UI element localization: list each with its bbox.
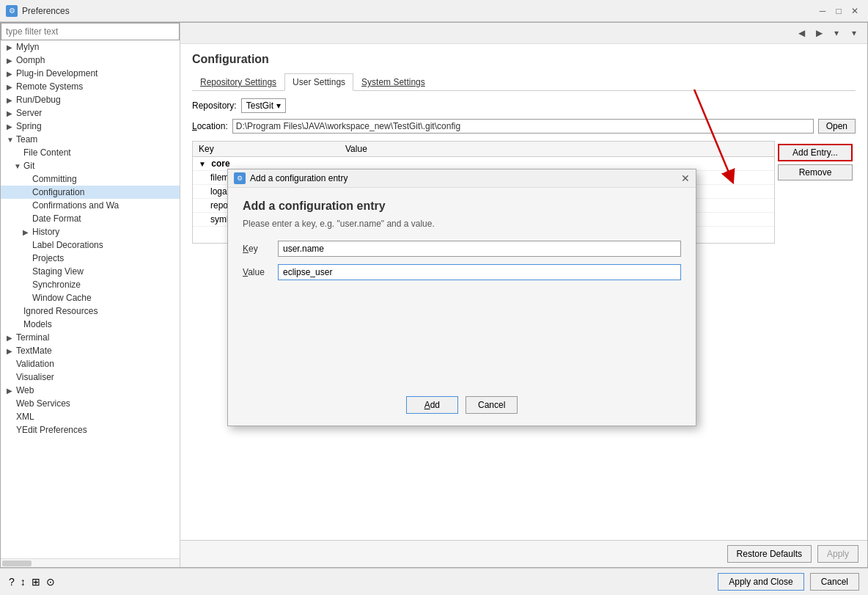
col-key: Key bbox=[193, 142, 339, 157]
add-entry-button[interactable]: Add Entry... bbox=[778, 144, 853, 161]
back-button[interactable]: ◀ bbox=[794, 26, 809, 40]
sidebar-item-configuration[interactable]: Configuration bbox=[1, 186, 180, 199]
sidebar-item-yedit[interactable]: YEdit Preferences bbox=[1, 423, 180, 437]
window-title: Preferences bbox=[22, 6, 70, 16]
value-field-row: Value bbox=[243, 264, 681, 280]
key-label: Key bbox=[243, 244, 272, 254]
dialog-heading: Add a configuration entry bbox=[243, 200, 681, 213]
apply-button[interactable]: Apply bbox=[817, 545, 858, 563]
sidebar-item-ignored-resources[interactable]: Ignored Resources bbox=[1, 304, 180, 318]
sidebar-item-oomph[interactable]: ▶ Oomph bbox=[1, 54, 180, 67]
sidebar-item-server[interactable]: ▶ Server bbox=[1, 106, 180, 120]
toolbar: ◀ ▶ ▾ ▾ bbox=[180, 23, 867, 44]
sidebar-item-mylyn[interactable]: ▶ Mylyn bbox=[1, 40, 180, 54]
import-icon[interactable]: ⊞ bbox=[32, 576, 40, 588]
sidebar-item-visualiser[interactable]: Visualiser bbox=[1, 370, 180, 384]
modal-title-left: ⚙ Add a configuration entry bbox=[234, 172, 347, 184]
sidebar-item-committing[interactable]: Committing bbox=[1, 172, 180, 186]
expand-icon: ▶ bbox=[7, 83, 14, 91]
expand-icon: ▼ bbox=[199, 160, 206, 168]
horizontal-scrollbar[interactable] bbox=[1, 558, 180, 567]
tab-system-settings[interactable]: System Settings bbox=[353, 73, 433, 91]
sidebar-item-team[interactable]: ▼ Team bbox=[1, 133, 180, 146]
settings-icon[interactable]: ⊙ bbox=[46, 576, 55, 588]
tree-container: ▶ Mylyn ▶ Oomph ▶ Plug-in Development ▶ … bbox=[1, 40, 180, 558]
sidebar-item-label-decorations[interactable]: Label Decorations bbox=[1, 238, 180, 252]
value-label: Value bbox=[243, 267, 272, 277]
sidebar-item-staging-view[interactable]: Staging View bbox=[1, 265, 180, 278]
restore-defaults-button[interactable]: Restore Defaults bbox=[727, 545, 812, 563]
remove-button[interactable]: Remove bbox=[778, 164, 853, 180]
expand-icon: ▶ bbox=[7, 109, 14, 117]
location-input[interactable] bbox=[232, 119, 814, 134]
dropdown2-button[interactable]: ▾ bbox=[847, 26, 861, 40]
sidebar-item-file-content[interactable]: File Content bbox=[1, 146, 180, 159]
sidebar-item-validation[interactable]: Validation bbox=[1, 357, 180, 370]
apply-and-close-button[interactable]: Apply and Close bbox=[718, 573, 803, 591]
dialog-add-button[interactable]: Add bbox=[406, 396, 458, 414]
bottom-left-icons: ? ↕ ⊞ ⊙ bbox=[9, 576, 55, 588]
app-icon: ⚙ bbox=[6, 5, 18, 17]
key-input[interactable] bbox=[278, 241, 681, 257]
expand-icon: ▶ bbox=[23, 228, 30, 236]
bottom-bar: Restore Defaults Apply bbox=[180, 540, 867, 567]
repo-dropdown[interactable]: TestGit ▾ bbox=[241, 98, 286, 113]
modal-footer: Add Cancel bbox=[228, 387, 696, 426]
sidebar-item-git[interactable]: ▼ Git bbox=[1, 159, 180, 172]
help-icon[interactable]: ? bbox=[9, 576, 15, 588]
sidebar-item-textmate[interactable]: ▶ TextMate bbox=[1, 344, 180, 357]
expand-icon: ▶ bbox=[7, 123, 14, 131]
location-row: Location: Open bbox=[192, 119, 856, 134]
dropdown1-button[interactable]: ▾ bbox=[829, 26, 844, 40]
close-button[interactable]: ✕ bbox=[847, 4, 862, 18]
sidebar-item-models[interactable]: Models bbox=[1, 318, 180, 331]
sidebar: ▶ Mylyn ▶ Oomph ▶ Plug-in Development ▶ … bbox=[1, 23, 180, 567]
cancel-button[interactable]: Cancel bbox=[810, 573, 859, 591]
key-field-row: Key bbox=[243, 241, 681, 257]
repo-value: TestGit bbox=[246, 101, 273, 111]
dialog-description: Please enter a key, e.g. "user.name" and… bbox=[243, 219, 681, 229]
value-input[interactable] bbox=[278, 264, 681, 280]
tab-user-settings[interactable]: User Settings bbox=[284, 73, 353, 91]
collapse-icon: ▼ bbox=[7, 136, 14, 144]
modal-spacer bbox=[228, 299, 696, 387]
dialog-cancel-button[interactable]: Cancel bbox=[466, 396, 518, 414]
dialog-close-button[interactable]: ✕ bbox=[681, 172, 690, 184]
sidebar-item-window-cache[interactable]: Window Cache bbox=[1, 291, 180, 304]
filter-input[interactable] bbox=[1, 23, 180, 40]
sidebar-item-remote-systems[interactable]: ▶ Remote Systems bbox=[1, 80, 180, 93]
expand-icon: ▶ bbox=[7, 70, 14, 78]
title-bar: ⚙ Preferences ─ □ ✕ bbox=[0, 0, 868, 22]
open-button[interactable]: Open bbox=[818, 119, 856, 134]
repo-row: Repository: TestGit ▾ bbox=[192, 98, 856, 113]
sidebar-item-confirmations[interactable]: Confirmations and Wa bbox=[1, 199, 180, 212]
expand-icon: ▶ bbox=[7, 334, 14, 342]
minimize-button[interactable]: ─ bbox=[815, 4, 830, 18]
dialog-icon: ⚙ bbox=[234, 172, 246, 184]
sidebar-item-history[interactable]: ▶ History bbox=[1, 225, 180, 238]
sidebar-item-web-services[interactable]: Web Services bbox=[1, 397, 180, 410]
sidebar-item-date-format[interactable]: Date Format bbox=[1, 212, 180, 225]
forward-button[interactable]: ▶ bbox=[812, 26, 826, 40]
sidebar-item-xml[interactable]: XML bbox=[1, 410, 180, 423]
col-value: Value bbox=[339, 142, 774, 157]
sidebar-item-run-debug[interactable]: ▶ Run/Debug bbox=[1, 93, 180, 106]
sidebar-item-projects[interactable]: Projects bbox=[1, 252, 180, 265]
sidebar-item-plugin-development[interactable]: ▶ Plug-in Development bbox=[1, 67, 180, 80]
sidebar-item-terminal[interactable]: ▶ Terminal bbox=[1, 331, 180, 344]
sidebar-item-web[interactable]: ▶ Web bbox=[1, 384, 180, 397]
sidebar-item-synchronize[interactable]: Synchronize bbox=[1, 278, 180, 291]
dialog-title: Add a configuration entry bbox=[250, 173, 347, 183]
tab-repository-settings[interactable]: Repository Settings bbox=[192, 73, 284, 91]
bottom-right-btns: Apply and Close Cancel bbox=[718, 573, 859, 591]
sidebar-item-spring[interactable]: ▶ Spring bbox=[1, 120, 180, 133]
location-label: Location: bbox=[192, 121, 228, 131]
export-icon[interactable]: ↕ bbox=[21, 576, 26, 588]
collapse-icon: ▼ bbox=[14, 162, 21, 170]
tabs-row: Repository Settings User Settings System… bbox=[192, 73, 856, 91]
maximize-button[interactable]: □ bbox=[831, 4, 846, 18]
very-bottom-bar: ? ↕ ⊞ ⊙ Apply and Close Cancel bbox=[0, 568, 868, 595]
expand-icon: ▶ bbox=[7, 347, 14, 355]
expand-icon: ▶ bbox=[7, 96, 14, 104]
dropdown-arrow-icon: ▾ bbox=[276, 101, 281, 111]
